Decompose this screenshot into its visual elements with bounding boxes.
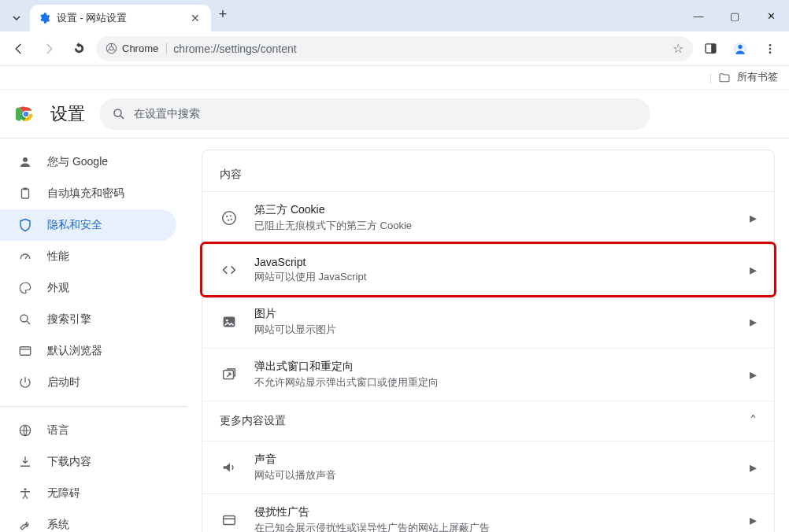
sidebar-item-label: 自动填充和密码 (47, 187, 124, 201)
side-panel-button[interactable] (698, 36, 723, 61)
chevron-right-icon: ▸ (750, 261, 757, 279)
chevron-right-icon: ▸ (750, 313, 757, 331)
content-section-title: 内容 (202, 164, 774, 191)
settings-title: 设置 (50, 102, 85, 126)
search-icon (112, 107, 126, 121)
chevron-right-icon: ▸ (750, 512, 757, 529)
row-title: 图片 (254, 307, 734, 321)
row-subtitle: 网站可以播放声音 (254, 468, 734, 482)
sidebar-item-you-and-google[interactable]: 您与 Google (0, 146, 176, 178)
all-bookmarks-button[interactable]: 所有书签 (737, 71, 778, 84)
sidebar-item-label: 下载内容 (47, 455, 91, 469)
sidebar-item-privacy-security[interactable]: 隐私和安全 (0, 209, 176, 241)
address-bar[interactable]: Chrome chrome://settings/content ☆ (96, 36, 693, 61)
svg-point-12 (114, 109, 121, 116)
chrome-logo-icon (16, 104, 36, 124)
window-titlebar: 设置 - 网站设置 ✕ + — ▢ ✕ (0, 0, 789, 31)
chevron-down-icon (12, 13, 21, 23)
popup-icon (220, 366, 239, 383)
back-button[interactable] (6, 36, 31, 61)
svg-point-13 (23, 157, 28, 162)
chevron-right-icon: ▸ (750, 209, 757, 227)
tab-list-dropdown[interactable] (3, 5, 30, 31)
svg-point-24 (231, 219, 232, 220)
window-minimize-button[interactable]: — (680, 0, 717, 31)
svg-point-19 (24, 488, 27, 490)
globe-icon (17, 423, 33, 438)
sidebar-item-downloads[interactable]: 下载内容 (0, 446, 176, 478)
sidebar-item-autofill[interactable]: 自动填充和密码 (0, 178, 176, 209)
svg-rect-17 (20, 347, 31, 356)
search-icon (17, 312, 33, 327)
sidebar-item-default-browser[interactable]: 默认浏览器 (0, 335, 176, 367)
row-popups-redirects[interactable]: 弹出式窗口和重定向不允许网站显示弹出式窗口或使用重定向 ▸ (202, 348, 774, 401)
window-maximize-button[interactable]: ▢ (717, 0, 753, 31)
menu-button[interactable] (758, 36, 783, 61)
power-icon (17, 375, 33, 390)
cookie-icon (220, 209, 239, 227)
row-title: 弹出式窗口和重定向 (254, 360, 734, 374)
sidebar-item-search-engine[interactable]: 搜索引擎 (0, 304, 176, 335)
svg-point-21 (226, 216, 228, 217)
sidebar-divider (0, 406, 187, 407)
svg-rect-28 (224, 516, 235, 525)
sound-icon (220, 459, 239, 476)
row-subtitle: 网站可以使用 JavaScript (254, 270, 734, 284)
sidebar-item-accessibility[interactable]: 无障碍 (0, 478, 176, 509)
new-tab-button[interactable]: + (211, 6, 235, 26)
row-subtitle: 网站可以显示图片 (254, 323, 734, 337)
accessibility-icon (17, 486, 33, 501)
svg-point-5 (738, 44, 742, 48)
row-javascript[interactable]: JavaScript网站可以使用 JavaScript ▸ (202, 244, 774, 295)
tab-title: 设置 - 网站设置 (57, 12, 127, 25)
bookmark-bar: | 所有书签 (0, 66, 789, 90)
code-icon (220, 261, 239, 279)
svg-point-23 (228, 220, 229, 221)
tab-close-button[interactable]: ✕ (187, 10, 203, 26)
sidebar-item-system[interactable]: 系统 (0, 509, 176, 532)
sidebar-item-appearance[interactable]: 外观 (0, 272, 176, 304)
settings-content-area: 内容 第三方 Cookie已阻止无痕模式下的第三方 Cookie ▸ JavaS… (187, 139, 789, 532)
sidebar-item-on-startup[interactable]: 启动时 (0, 367, 176, 398)
gear-icon (38, 12, 50, 24)
svg-point-16 (20, 315, 28, 322)
sidebar-item-performance[interactable]: 性能 (0, 241, 176, 272)
browser-tab-active[interactable]: 设置 - 网站设置 ✕ (30, 5, 211, 31)
svg-point-26 (226, 320, 228, 322)
bookmark-star-button[interactable]: ☆ (672, 41, 683, 56)
wrench-icon (17, 518, 33, 532)
svg-point-6 (769, 44, 772, 46)
forward-button[interactable] (36, 36, 61, 61)
more-content-settings-header[interactable]: 更多内容设置 ˄ (202, 401, 774, 441)
settings-sidebar: 您与 Google 自动填充和密码 隐私和安全 性能 外观 搜索引擎 默认浏览器… (0, 139, 187, 532)
svg-rect-14 (22, 189, 29, 198)
row-images[interactable]: 图片网站可以显示图片 ▸ (202, 295, 774, 348)
reload-button[interactable] (66, 36, 91, 61)
window-close-button[interactable]: ✕ (753, 0, 789, 31)
row-third-party-cookies[interactable]: 第三方 Cookie已阻止无痕模式下的第三方 Cookie ▸ (202, 191, 774, 244)
settings-search-input[interactable]: 在设置中搜索 (99, 98, 650, 130)
row-intrusive-ads[interactable]: 侵扰性广告在已知会展示侵扰性或误导性广告的网站上屏蔽广告 ▸ (202, 493, 774, 532)
row-title: JavaScript (254, 256, 734, 268)
chevron-right-icon: ▸ (750, 366, 757, 383)
window-icon (220, 512, 239, 529)
sidebar-item-languages[interactable]: 语言 (0, 415, 176, 446)
search-placeholder: 在设置中搜索 (134, 107, 200, 121)
sidebar-item-label: 您与 Google (47, 155, 108, 169)
browser-toolbar: Chrome chrome://settings/content ☆ (0, 31, 789, 66)
sidebar-item-label: 隐私和安全 (47, 218, 102, 232)
clipboard-icon (17, 187, 33, 201)
row-sound[interactable]: 声音网站可以播放声音 ▸ (202, 441, 774, 493)
sidebar-item-label: 无障碍 (47, 486, 80, 501)
shield-icon (17, 218, 33, 232)
row-title: 第三方 Cookie (254, 203, 734, 217)
speedometer-icon (17, 249, 33, 264)
url-text: chrome://settings/content (173, 42, 296, 55)
more-content-title: 更多内容设置 (220, 414, 286, 428)
row-title: 声音 (254, 453, 734, 467)
sidebar-item-label: 默认浏览器 (47, 344, 102, 358)
svg-rect-3 (711, 44, 716, 53)
person-icon (17, 155, 33, 169)
profile-button[interactable] (728, 36, 753, 61)
svg-point-1 (109, 46, 113, 50)
